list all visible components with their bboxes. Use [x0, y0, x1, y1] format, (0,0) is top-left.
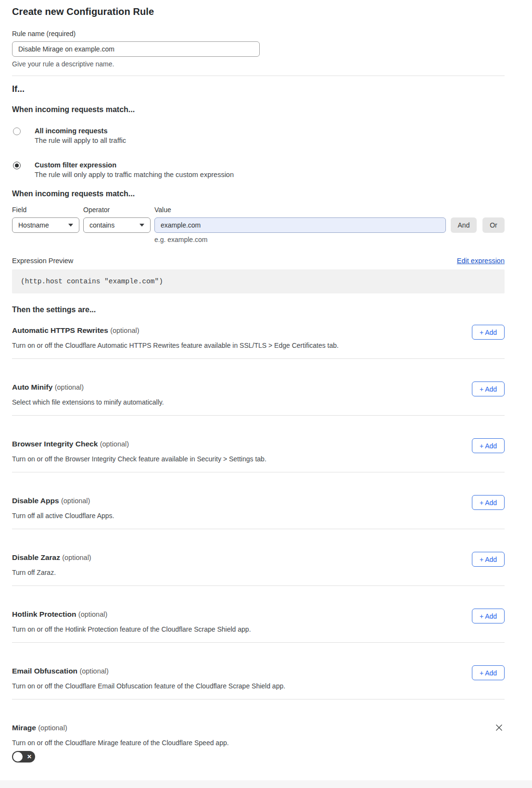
- operator-label: Operator: [83, 206, 151, 214]
- radio-label: All incoming requests: [35, 127, 126, 135]
- value-label: Value: [154, 206, 446, 214]
- radio-button[interactable]: [13, 127, 21, 135]
- rule-name-input[interactable]: [12, 41, 260, 57]
- optional-label: (optional): [79, 667, 108, 675]
- setting-name: Browser Integrity Check: [12, 440, 98, 448]
- radio-label: Custom filter expression: [35, 161, 234, 169]
- optional-label: (optional): [55, 383, 84, 391]
- setting-description: Turn on or off the Cloudflare Mirage fea…: [12, 739, 229, 747]
- optional-label: (optional): [100, 440, 129, 448]
- mirage-toggle[interactable]: ✕: [12, 751, 35, 763]
- setting-name: Automatic HTTPS Rewrites: [12, 326, 108, 334]
- add-button[interactable]: + Add: [472, 438, 505, 453]
- divider: [12, 76, 505, 76]
- optional-label: (optional): [78, 610, 107, 618]
- setting-row-hotlink-protection: Hotlink Protection (optional) Turn on or…: [12, 610, 505, 633]
- optional-label: (optional): [61, 497, 90, 505]
- expression-builder: Field Operator Value Hostname contains A…: [12, 206, 505, 243]
- setting-name: Disable Apps: [12, 496, 59, 505]
- rule-name-label: Rule name (required): [12, 30, 505, 38]
- divider: [12, 415, 505, 416]
- setting-name: Auto Minify: [12, 383, 52, 391]
- setting-description: Select which file extensions to minify a…: [12, 398, 164, 406]
- optional-label: (optional): [110, 327, 139, 334]
- rule-name-helper: Give your rule a descriptive name.: [12, 60, 505, 68]
- value-input[interactable]: [154, 217, 446, 233]
- divider: [12, 472, 505, 472]
- create-rule-form: Create new Configuration Rule Rule name …: [0, 0, 532, 763]
- divider: [12, 642, 505, 643]
- or-button[interactable]: Or: [482, 217, 505, 233]
- add-button[interactable]: + Add: [472, 325, 505, 340]
- setting-name: Email Obfuscation: [12, 667, 77, 675]
- setting-row-browser-integrity-check: Browser Integrity Check (optional) Turn …: [12, 439, 505, 463]
- radio-option-custom-filter[interactable]: Custom filter expression The rule will o…: [12, 161, 505, 178]
- panel-footer-edge: [0, 780, 532, 788]
- if-heading: If...: [12, 84, 505, 94]
- chevron-down-icon: [68, 224, 73, 227]
- then-heading: Then the settings are...: [12, 305, 505, 314]
- setting-description: Turn off Zaraz.: [12, 569, 91, 576]
- optional-label: (optional): [38, 724, 67, 732]
- operator-select[interactable]: contains: [83, 217, 151, 233]
- setting-name: Disable Zaraz: [12, 553, 60, 561]
- expression-preview-code: (http.host contains "example.com"): [12, 269, 505, 293]
- radio-option-all-requests[interactable]: All incoming requests The rule will appl…: [12, 127, 505, 144]
- radio-description: The rule will only apply to traffic matc…: [35, 171, 234, 178]
- toggle-knob: [13, 752, 23, 762]
- setting-row-automatic-https-rewrites: Automatic HTTPS Rewrites (optional) Turn…: [12, 326, 505, 349]
- divider: [12, 529, 505, 529]
- operator-select-value: contains: [89, 221, 114, 229]
- setting-description: Turn on or off the Browser Integrity Che…: [12, 455, 266, 463]
- setting-row-email-obfuscation: Email Obfuscation (optional) Turn on or …: [12, 666, 505, 690]
- add-button[interactable]: + Add: [472, 609, 505, 623]
- divider: [12, 585, 505, 586]
- setting-row-mirage: Mirage (optional) Turn on or off the Clo…: [12, 723, 505, 763]
- and-button[interactable]: And: [451, 217, 477, 233]
- setting-row-disable-apps: Disable Apps (optional) Turn off all act…: [12, 496, 505, 520]
- expression-preview-label: Expression Preview: [12, 257, 73, 265]
- add-button[interactable]: + Add: [472, 381, 505, 396]
- divider: [12, 358, 505, 359]
- setting-description: Turn on or off the Cloudflare Automatic …: [12, 342, 339, 349]
- add-button[interactable]: + Add: [472, 552, 505, 567]
- add-button[interactable]: + Add: [472, 665, 505, 680]
- add-button[interactable]: + Add: [472, 495, 505, 510]
- radio-description: The rule will apply to all traffic: [35, 137, 126, 144]
- radio-button[interactable]: [13, 162, 21, 169]
- close-icon[interactable]: [494, 722, 505, 733]
- field-label: Field: [12, 206, 79, 214]
- match-heading: When incoming requests match...: [12, 105, 505, 114]
- setting-name: Hotlink Protection: [12, 610, 76, 618]
- field-select[interactable]: Hostname: [12, 217, 79, 233]
- builder-heading: When incoming requests match...: [12, 190, 505, 198]
- setting-row-disable-zaraz: Disable Zaraz (optional) Turn off Zaraz.…: [12, 553, 505, 576]
- divider: [12, 699, 505, 699]
- chevron-down-icon: [139, 224, 144, 227]
- toggle-off-icon: ✕: [27, 753, 32, 761]
- setting-description: Turn on or off the Hotlink Protection fe…: [12, 625, 251, 633]
- setting-name: Mirage: [12, 724, 36, 732]
- setting-description: Turn off all active Cloudflare Apps.: [12, 512, 114, 520]
- edit-expression-link[interactable]: Edit expression: [457, 257, 505, 265]
- field-select-value: Hostname: [18, 221, 49, 229]
- setting-description: Turn on or off the Cloudflare Email Obfu…: [12, 682, 285, 690]
- page-title: Create new Configuration Rule: [12, 6, 505, 17]
- optional-label: (optional): [62, 554, 91, 561]
- value-helper: e.g. example.com: [154, 236, 446, 243]
- setting-row-auto-minify: Auto Minify (optional) Select which file…: [12, 382, 505, 406]
